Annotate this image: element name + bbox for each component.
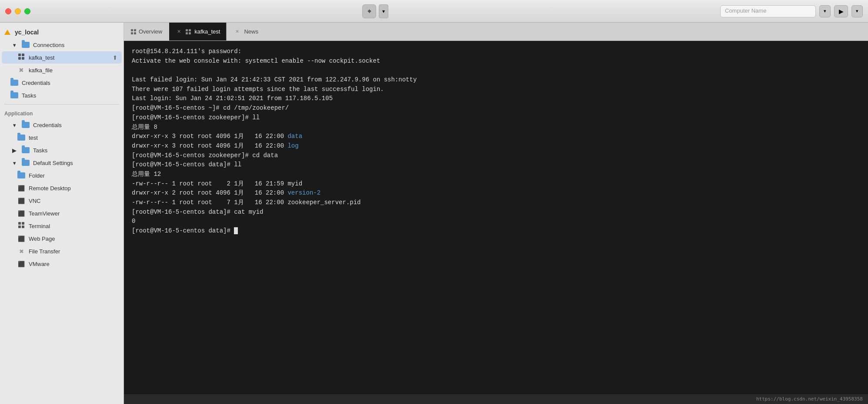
term-line-14: 总用量 12 bbox=[132, 170, 860, 179]
sidebar-item-connections[interactable]: ▾ Connections bbox=[2, 39, 122, 51]
nav-dropdown-symbol: ▾ bbox=[382, 8, 385, 14]
statusbar: https://blog.csdn.net/weixin_43958358 bbox=[124, 394, 868, 404]
t-cell-3 bbox=[18, 226, 21, 228]
sidebar-item-tasks[interactable]: Tasks bbox=[2, 89, 122, 101]
terminal-icon bbox=[17, 222, 25, 230]
play-button[interactable]: ▶ bbox=[834, 5, 848, 17]
kt-cell-4 bbox=[189, 32, 191, 34]
app-credentials-folder-icon bbox=[22, 121, 30, 129]
news-tab-close[interactable]: ✕ bbox=[234, 28, 240, 35]
vnc-icon: ⬛ bbox=[17, 197, 25, 205]
vmware-icon: ⬛ bbox=[17, 260, 25, 268]
computer-name-dropdown[interactable]: ▾ bbox=[819, 5, 831, 17]
sidebar-item-teamviewer[interactable]: ⬛ TeamViewer bbox=[2, 207, 122, 219]
sidebar-item-file-transfer[interactable]: ✖ File Transfer bbox=[2, 245, 122, 257]
credentials-folder-icon bbox=[10, 79, 18, 87]
tasks-folder-icon bbox=[10, 91, 18, 99]
play-icon: ▶ bbox=[839, 8, 844, 15]
term-line-13: [root@VM-16-5-centos data]# ll bbox=[132, 160, 860, 170]
web-page-icon: ⬛ bbox=[17, 235, 25, 242]
kafka-test-label: kafka_test bbox=[29, 54, 113, 61]
sidebar-item-vnc[interactable]: ⬛ VNC bbox=[2, 195, 122, 207]
grid-cell-4 bbox=[22, 57, 24, 60]
play-dropdown[interactable]: ▾ bbox=[851, 5, 863, 17]
root-label: yc_local bbox=[15, 29, 39, 36]
warning-icon bbox=[4, 30, 10, 35]
right-panel: Overview ✕ kafka_test ✕ News root bbox=[124, 23, 868, 404]
sidebar-item-default-settings[interactable]: ▾ Default Settings bbox=[2, 157, 122, 169]
computer-name-field[interactable]: Computer Name bbox=[720, 5, 816, 17]
sidebar-item-test[interactable]: test bbox=[2, 131, 122, 144]
terminal-content[interactable]: root@154.8.214.111's password: Activate … bbox=[124, 41, 868, 394]
tab-close-icon[interactable]: ✕ bbox=[175, 28, 182, 35]
nav-dropdown-arrow[interactable]: ▾ bbox=[379, 4, 388, 18]
nav-icon[interactable]: ⌖ bbox=[362, 4, 376, 18]
sidebar-item-app-tasks[interactable]: ▶ Tasks bbox=[2, 144, 122, 156]
close-button[interactable] bbox=[5, 8, 11, 14]
connections-label: Connections bbox=[33, 42, 64, 48]
app-tasks-label: Tasks bbox=[33, 147, 47, 154]
titlebar: ⌖ ▾ Computer Name ▾ ▶ ▾ bbox=[0, 0, 868, 23]
term-line-5: There were 107 failed login attempts sin… bbox=[132, 85, 860, 94]
connections-folder-icon bbox=[22, 41, 30, 49]
term-line-15: -rw-r--r-- 1 root root 2 1月 16 21:59 myi… bbox=[132, 179, 860, 189]
tab-overview[interactable]: Overview bbox=[124, 23, 169, 40]
sidebar-item-remote-desktop[interactable]: ⬛ Remote Desktop bbox=[2, 182, 122, 194]
vnc-label: VNC bbox=[29, 198, 40, 204]
nav-icon-symbol: ⌖ bbox=[367, 7, 371, 15]
kt-cell-2 bbox=[189, 29, 191, 31]
sidebar-root-header[interactable]: yc_local bbox=[0, 26, 124, 38]
credentials-label: Credentials bbox=[22, 80, 50, 86]
kt-cell-1 bbox=[186, 29, 188, 31]
remote-desktop-icon: ⬛ bbox=[17, 184, 25, 192]
sidebar-item-credentials[interactable]: Credentials bbox=[2, 77, 122, 89]
tab-bar: Overview ✕ kafka_test ✕ News bbox=[124, 23, 868, 41]
tab-news[interactable]: ✕ News bbox=[227, 23, 265, 40]
data-link: data bbox=[287, 133, 302, 140]
sidebar-item-app-credentials[interactable]: ▾ Credentials bbox=[2, 119, 122, 131]
kafka-test-tab-grid-icon bbox=[186, 29, 191, 34]
term-line-7: [root@VM-16-5-centos ~]# cd /tmp/zookeep… bbox=[132, 104, 860, 113]
chevron-down-icon-defaults: ▾ bbox=[10, 159, 18, 167]
grid-cell-2 bbox=[22, 54, 24, 56]
minimize-button[interactable] bbox=[15, 8, 21, 14]
maximize-button[interactable] bbox=[24, 8, 30, 14]
term-line-19: 0 bbox=[132, 217, 860, 226]
app-credentials-label: Credentials bbox=[33, 122, 62, 128]
vmware-label: VMware bbox=[29, 261, 50, 267]
sidebar-item-kafka-file[interactable]: ✖ kafka_file bbox=[2, 64, 122, 76]
kafka-test-tab-label: kafka_test bbox=[194, 28, 220, 35]
teamviewer-label: TeamViewer bbox=[29, 210, 60, 217]
sidebar-item-kafka-test[interactable]: kafka_test ⬆ bbox=[2, 51, 122, 64]
term-line-4: Last failed login: Sun Jan 24 21:42:33 C… bbox=[132, 75, 860, 85]
titlebar-right: Computer Name ▾ ▶ ▾ bbox=[720, 5, 863, 17]
tab-kafka-test[interactable]: ✕ kafka_test bbox=[169, 23, 227, 40]
sidebar-item-terminal[interactable]: Terminal bbox=[2, 220, 122, 232]
overview-grid-icon bbox=[131, 29, 136, 34]
web-page-label: Web Page bbox=[29, 236, 55, 242]
terminal-label: Terminal bbox=[29, 223, 50, 229]
traffic-lights bbox=[5, 8, 30, 14]
computer-name-label: Computer Name bbox=[725, 7, 766, 14]
sidebar: yc_local ▾ Connections kafka_test ⬆ ✖ bbox=[0, 23, 124, 404]
sidebar-item-folder[interactable]: Folder bbox=[2, 169, 122, 182]
ov-cell-4 bbox=[134, 32, 136, 34]
news-label: News bbox=[244, 28, 258, 35]
term-line-17: -rw-r--r-- 1 root root 7 1月 16 22:00 zoo… bbox=[132, 198, 860, 208]
default-settings-folder-icon bbox=[22, 159, 30, 167]
overview-label: Overview bbox=[139, 28, 162, 35]
log-link: log bbox=[287, 142, 298, 149]
kt-cell-3 bbox=[186, 32, 188, 34]
remote-desktop-label: Remote Desktop bbox=[29, 185, 71, 192]
term-line-18: [root@VM-16-5-centos data]# cat myid bbox=[132, 208, 860, 217]
kafka-file-broken-icon: ✖ bbox=[17, 66, 25, 74]
app-tasks-folder-icon bbox=[22, 146, 30, 154]
titlebar-center: ⌖ ▾ bbox=[30, 4, 720, 18]
t-cell-1 bbox=[18, 222, 21, 225]
term-line-1: root@154.8.214.111's password: bbox=[132, 47, 860, 57]
t-cell-4 bbox=[22, 226, 24, 228]
sidebar-item-vmware[interactable]: ⬛ VMware bbox=[2, 258, 122, 270]
sidebar-item-web-page[interactable]: ⬛ Web Page bbox=[2, 232, 122, 245]
term-line-11: drwxr-xr-x 3 root root 4096 1月 16 22:00 … bbox=[132, 141, 860, 151]
kafka-test-terminal-icon bbox=[17, 54, 25, 61]
